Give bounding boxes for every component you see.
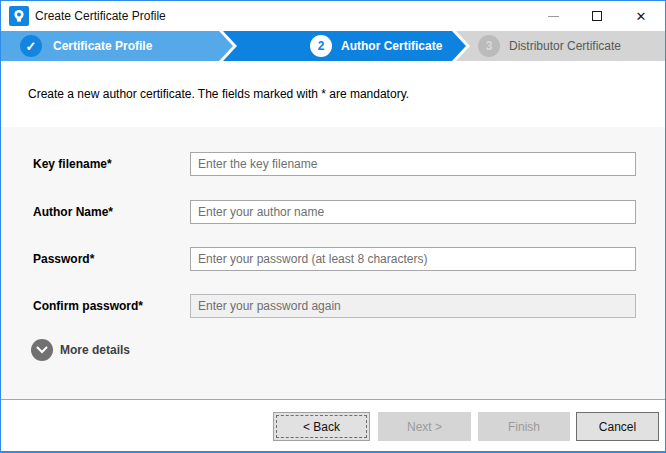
step1-check-icon: ✓ [20, 35, 42, 57]
confirm-password-row: Confirm password* [1, 294, 665, 318]
step2-label: Author Certificate [341, 31, 442, 61]
step3-number-badge: 3 [478, 35, 500, 57]
back-button[interactable]: < Back [273, 412, 370, 441]
key-filename-row: Key filename* [1, 152, 665, 176]
description-text: Create a new author certificate. The fie… [28, 87, 409, 101]
author-name-label: Author Name* [33, 200, 113, 224]
button-bar: < Back Next > Finish Cancel [1, 400, 665, 451]
maximize-icon [592, 11, 602, 21]
confirm-password-input [190, 294, 636, 318]
window-title: Create Certificate Profile [35, 1, 166, 31]
author-certificate-form: Key filename* Author Name* Password* Con… [1, 127, 665, 399]
confirm-password-label: Confirm password* [33, 294, 143, 318]
chevron-down-icon[interactable] [31, 339, 53, 361]
minimize-icon [548, 16, 559, 17]
author-name-row: Author Name* [1, 200, 665, 224]
maximize-button[interactable] [575, 1, 619, 31]
step1-label: Certificate Profile [53, 31, 152, 61]
next-button[interactable]: Next > [378, 412, 471, 441]
author-name-input[interactable] [190, 200, 636, 224]
key-filename-label: Key filename* [33, 152, 112, 176]
description-area: Create a new author certificate. The fie… [1, 61, 665, 127]
close-button[interactable]: ✕ [619, 1, 663, 31]
certificate-badge-icon [9, 6, 29, 26]
minimize-button[interactable] [531, 1, 575, 31]
more-details-toggle[interactable]: More details [31, 339, 130, 361]
password-row: Password* [1, 247, 665, 271]
password-input[interactable] [190, 247, 636, 271]
cancel-button[interactable]: Cancel [576, 412, 659, 441]
wizard-step-bar: ✓ Certificate Profile 2 Author Certifica… [1, 31, 665, 61]
create-certificate-profile-dialog: Create Certificate Profile ✕ ✓ Certifica… [0, 0, 666, 453]
step2-number-badge: 2 [310, 35, 332, 57]
step3-label: Distributor Certificate [509, 31, 621, 61]
password-label: Password* [33, 247, 94, 271]
more-details-label[interactable]: More details [60, 343, 130, 357]
window-controls: ✕ [531, 1, 663, 31]
title-bar[interactable]: Create Certificate Profile ✕ [1, 1, 665, 31]
finish-button[interactable]: Finish [478, 412, 570, 441]
key-filename-input[interactable] [190, 152, 636, 176]
close-icon: ✕ [636, 10, 647, 23]
